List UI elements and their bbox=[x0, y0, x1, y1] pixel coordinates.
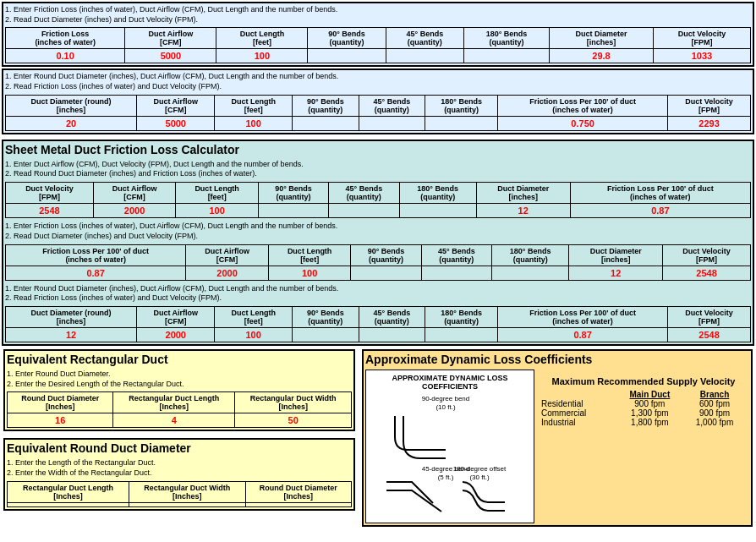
dynamic-loss-content: APPROXIMATE DYNAMIC LOSS COEFFICIENTS 90… bbox=[365, 370, 749, 523]
col-header: 180° Bends(quantity) bbox=[399, 183, 476, 204]
sm3-airflow[interactable]: 2000 bbox=[137, 327, 215, 342]
sm1-velocity[interactable]: 2548 bbox=[6, 204, 94, 218]
col-header: Duct Diameter (round)[inches] bbox=[6, 95, 137, 116]
sm3-90bends[interactable] bbox=[293, 327, 359, 342]
col-header: Duct Length[feet] bbox=[176, 183, 258, 204]
sm3-180bends[interactable] bbox=[425, 327, 498, 342]
sm3-diameter[interactable]: 12 bbox=[6, 327, 137, 342]
col-header: Duct Diameter[inches] bbox=[569, 244, 663, 266]
friction-loss-value[interactable]: 0.10 bbox=[6, 49, 125, 63]
sheet-metal-section: Sheet Metal Duct Friction Loss Calculato… bbox=[2, 140, 754, 346]
sm1-90bends[interactable] bbox=[258, 204, 328, 218]
er-rect-length[interactable]: 4 bbox=[113, 413, 235, 428]
bottom-row: Equivalent Rectangular Duct 1. Enter Rou… bbox=[2, 348, 754, 528]
flex-duct-section-2: 1. Enter Round Duct Diameter (inches), D… bbox=[2, 68, 754, 134]
vel-row-industrial-main: 1,800 fpm bbox=[616, 418, 683, 427]
col-header: 45° Bends(quantity) bbox=[359, 306, 425, 327]
bends-diagram: 90-degree bend (10 ft.) 45-degree bend (… bbox=[370, 391, 522, 517]
vel-row-residential-main: 900 fpm bbox=[616, 399, 683, 408]
col-header: Duct Airflow[CFM] bbox=[137, 306, 215, 327]
airflow-value-2[interactable]: 5000 bbox=[137, 116, 215, 130]
col-header: Friction Loss Per 100' of duct(inches of… bbox=[498, 95, 668, 116]
sm1-diameter: 12 bbox=[476, 204, 570, 218]
col-header: Friction Loss(inches of water) bbox=[6, 28, 125, 49]
sm2-airflow[interactable]: 2000 bbox=[186, 266, 269, 280]
sm2-45bends[interactable] bbox=[421, 266, 491, 280]
col-header: 45° Bends(quantity) bbox=[386, 28, 463, 49]
dynamic-loss-title: Approximate Dynamic Loss Coefficients bbox=[365, 353, 749, 366]
er-round-diameter[interactable]: 16 bbox=[8, 413, 113, 428]
sm-calc-table-3: Duct Diameter (round)[inches] Duct Airfl… bbox=[5, 306, 751, 342]
vel-col-empty bbox=[541, 390, 616, 399]
equiv-rect-table: Round Duct Diameter[Inches] Rectangular … bbox=[7, 391, 352, 428]
bends-45-value[interactable] bbox=[386, 49, 463, 63]
bends-180-value-2[interactable] bbox=[425, 116, 498, 130]
duct-length-value[interactable]: 100 bbox=[216, 49, 308, 63]
sm1-180bends[interactable] bbox=[399, 204, 476, 218]
bends-90-value-2[interactable] bbox=[293, 116, 359, 130]
equiv-round-instructions: 1. Enter the Length of the Rectangular D… bbox=[7, 458, 352, 478]
vel-row-residential-branch: 600 fpm bbox=[683, 399, 746, 408]
erd-round-diameter bbox=[245, 502, 351, 506]
sm3-length[interactable]: 100 bbox=[215, 327, 293, 342]
sm2-180bends[interactable] bbox=[492, 266, 569, 280]
equiv-rect-section: Equivalent Rectangular Duct 1. Enter Rou… bbox=[3, 349, 355, 431]
col-header: Duct Length[feet] bbox=[215, 306, 293, 327]
vel-col-main: Main Duct bbox=[616, 390, 683, 399]
duct-velocity-value: 1033 bbox=[653, 49, 750, 63]
svg-text:(30 ft.): (30 ft.) bbox=[469, 474, 489, 481]
sm-subsection-1: 1. Enter Duct Airflow (CFM), Duct Veloci… bbox=[5, 160, 751, 218]
erd-rect-length[interactable] bbox=[8, 502, 129, 506]
velocity-table: Main Duct Branch Residential 900 fpm 600… bbox=[541, 390, 746, 427]
col-header: Duct Velocity[FPM] bbox=[663, 244, 751, 266]
sm2-friction[interactable]: 0.87 bbox=[6, 266, 186, 280]
dynamic-loss-section: Approximate Dynamic Loss Coefficients AP… bbox=[362, 349, 753, 527]
vel-row-commercial-branch: 900 fpm bbox=[683, 408, 746, 418]
col-header: Friction Loss Per 100' of duct(inches of… bbox=[570, 183, 750, 204]
equiv-rect-instructions: 1. Enter Round Duct Diameter. 2. Enter t… bbox=[7, 370, 352, 389]
sm2-90bends[interactable] bbox=[351, 266, 421, 280]
col-header: 180° Bends(quantity) bbox=[425, 306, 498, 327]
sm-instructions-2: 1. Enter Friction Loss (inches of water)… bbox=[5, 222, 751, 241]
sm1-airflow[interactable]: 2000 bbox=[93, 204, 176, 218]
col-header: 180° Bends(quantity) bbox=[425, 95, 498, 116]
svg-text:90-degree bend: 90-degree bend bbox=[422, 395, 470, 402]
col-header: Duct Airflow[CFM] bbox=[93, 183, 176, 204]
col-header: 180° Bends(quantity) bbox=[464, 28, 550, 49]
bends-45-value-2[interactable] bbox=[359, 116, 425, 130]
col-header: Duct Airflow[CFM] bbox=[125, 28, 216, 49]
sm3-45bends[interactable] bbox=[359, 327, 425, 342]
duct-diameter-round-value[interactable]: 20 bbox=[6, 116, 137, 130]
sm1-friction: 0.87 bbox=[570, 204, 750, 218]
instructions-1: 1. Enter Friction Loss (inches of water)… bbox=[5, 5, 751, 25]
col-header: Rectangular Duct Width[Inches] bbox=[129, 481, 245, 502]
col-header: 90° Bends(quantity) bbox=[293, 306, 359, 327]
duct-diameter-value: 29.8 bbox=[550, 49, 654, 63]
flex-duct-section-1: 1. Enter Friction Loss (inches of water)… bbox=[2, 2, 754, 67]
sm1-45bends[interactable] bbox=[329, 204, 399, 218]
bends-90-value[interactable] bbox=[308, 49, 386, 63]
sm-subsection-3: 1. Enter Round Duct Diameter (inches), D… bbox=[5, 284, 751, 342]
duct-length-value-2[interactable]: 100 bbox=[215, 116, 293, 130]
erd-rect-width[interactable] bbox=[129, 502, 245, 506]
sm-instructions-3: 1. Enter Round Duct Diameter (inches), D… bbox=[5, 284, 751, 304]
vel-col-branch: Branch bbox=[683, 390, 746, 399]
sm2-length[interactable]: 100 bbox=[268, 266, 350, 280]
col-header: Duct Velocity[FPM] bbox=[653, 28, 750, 49]
bends-180-value[interactable] bbox=[464, 49, 550, 63]
sm-calc-table-1: Duct Velocity[FPM] Duct Airflow[CFM] Duc… bbox=[5, 182, 751, 218]
sm1-length[interactable]: 100 bbox=[176, 204, 258, 218]
col-header: Round Duct Diameter[Inches] bbox=[8, 392, 113, 413]
col-header: 90° Bends(quantity) bbox=[351, 244, 421, 266]
col-header: Duct Airflow[CFM] bbox=[137, 95, 215, 116]
svg-text:180-degree offset: 180-degree offset bbox=[453, 465, 507, 473]
sm-instructions-1: 1. Enter Duct Airflow (CFM), Duct Veloci… bbox=[5, 160, 751, 179]
equiv-round-section: Equivalent Round Duct Diameter 1. Enter … bbox=[3, 438, 355, 510]
airflow-value[interactable]: 5000 bbox=[125, 49, 216, 63]
col-header: Duct Length[feet] bbox=[216, 28, 308, 49]
coeff-diagram-title: APPROXIMATE DYNAMIC LOSS COEFFICIENTS bbox=[370, 374, 530, 391]
sheet-metal-title: Sheet Metal Duct Friction Loss Calculato… bbox=[5, 143, 751, 156]
vel-row-commercial-main: 1,300 fpm bbox=[616, 408, 683, 418]
col-header: 45° Bends(quantity) bbox=[359, 95, 425, 116]
col-header: Duct Velocity[FPM] bbox=[668, 95, 751, 116]
